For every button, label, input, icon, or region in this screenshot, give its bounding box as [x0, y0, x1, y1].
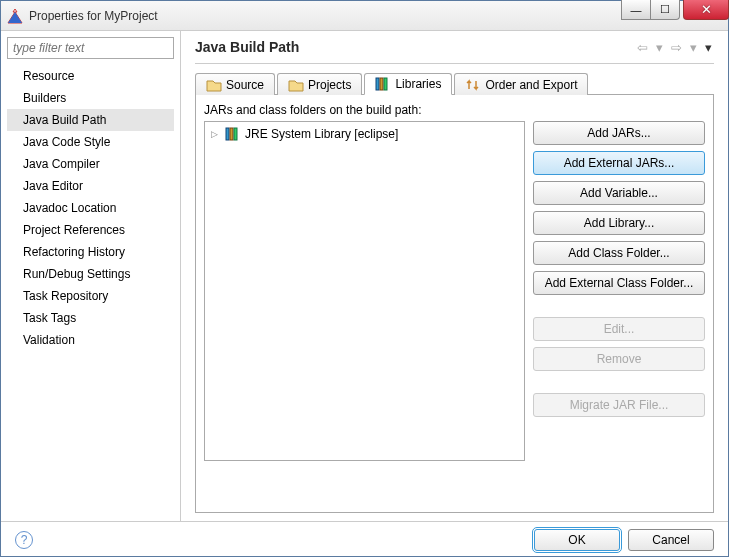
source-tab-icon [206, 78, 222, 92]
section-label: JARs and class folders on the build path… [204, 103, 705, 117]
window-controls: — ☐ ✕ [622, 0, 729, 20]
nav-item-run-debug-settings[interactable]: Run/Debug Settings [7, 263, 174, 285]
nav-item-javadoc-location[interactable]: Javadoc Location [7, 197, 174, 219]
forward-dropdown-icon[interactable]: ▾ [688, 40, 699, 55]
tab-libraries[interactable]: Libraries [364, 73, 452, 95]
svg-rect-2 [384, 78, 387, 90]
order-and-export-tab-icon [465, 78, 481, 92]
jar-list[interactable]: ▷JRE System Library [eclipse] [204, 121, 525, 461]
add-external-class-folder-button[interactable]: Add External Class Folder... [533, 271, 705, 295]
tab-label: Source [226, 78, 264, 92]
maximize-button[interactable]: ☐ [650, 0, 680, 20]
cancel-button[interactable]: Cancel [628, 529, 714, 551]
nav-item-java-code-style[interactable]: Java Code Style [7, 131, 174, 153]
libraries-tab-content: JARs and class folders on the build path… [195, 95, 714, 513]
page-header: Java Build Path ⇦ ▾ ⇨ ▾ ▾ [195, 39, 714, 64]
tab-projects[interactable]: Projects [277, 73, 362, 95]
tab-label: Libraries [395, 77, 441, 91]
nav-item-task-repository[interactable]: Task Repository [7, 285, 174, 307]
window-title: Properties for MyProject [29, 9, 158, 23]
add-external-jars-button[interactable]: Add External JARs... [533, 151, 705, 175]
forward-arrow-icon[interactable]: ⇨ [669, 40, 684, 55]
svg-rect-5 [234, 128, 237, 140]
tab-strip: SourceProjectsLibrariesOrder and Export [195, 72, 714, 95]
library-icon [225, 127, 241, 141]
app-icon [7, 8, 23, 24]
svg-rect-1 [380, 78, 383, 90]
nav-item-task-tags[interactable]: Task Tags [7, 307, 174, 329]
filter-input[interactable] [7, 37, 174, 59]
nav-item-builders[interactable]: Builders [7, 87, 174, 109]
libraries-tab-icon [375, 77, 391, 91]
menu-dropdown-icon[interactable]: ▾ [703, 40, 714, 55]
sidebar: ResourceBuildersJava Build PathJava Code… [1, 31, 181, 521]
nav-tree: ResourceBuildersJava Build PathJava Code… [7, 65, 174, 515]
svg-rect-4 [230, 128, 233, 140]
edit-button: Edit... [533, 317, 705, 341]
tab-source[interactable]: Source [195, 73, 275, 95]
tree-label: JRE System Library [eclipse] [245, 127, 398, 141]
add-library-button[interactable]: Add Library... [533, 211, 705, 235]
remove-button: Remove [533, 347, 705, 371]
expand-icon[interactable]: ▷ [211, 129, 221, 139]
nav-item-java-build-path[interactable]: Java Build Path [7, 109, 174, 131]
nav-item-java-editor[interactable]: Java Editor [7, 175, 174, 197]
nav-item-resource[interactable]: Resource [7, 65, 174, 87]
tab-label: Projects [308, 78, 351, 92]
help-icon[interactable]: ? [15, 531, 33, 549]
svg-rect-0 [376, 78, 379, 90]
page-title: Java Build Path [195, 39, 299, 55]
projects-tab-icon [288, 78, 304, 92]
back-arrow-icon[interactable]: ⇦ [635, 40, 650, 55]
ok-button[interactable]: OK [534, 529, 620, 551]
nav-item-project-references[interactable]: Project References [7, 219, 174, 241]
close-button[interactable]: ✕ [683, 0, 729, 20]
migrate-jar-file-button: Migrate JAR File... [533, 393, 705, 417]
nav-item-validation[interactable]: Validation [7, 329, 174, 351]
tab-label: Order and Export [485, 78, 577, 92]
nav-item-refactoring-history[interactable]: Refactoring History [7, 241, 174, 263]
tree-row[interactable]: ▷JRE System Library [eclipse] [209, 126, 520, 142]
header-nav: ⇦ ▾ ⇨ ▾ ▾ [635, 40, 714, 55]
minimize-button[interactable]: — [621, 0, 651, 20]
add-variable-button[interactable]: Add Variable... [533, 181, 705, 205]
nav-item-java-compiler[interactable]: Java Compiler [7, 153, 174, 175]
tab-order-and-export[interactable]: Order and Export [454, 73, 588, 95]
main-pane: Java Build Path ⇦ ▾ ⇨ ▾ ▾ SourceProjects… [181, 31, 728, 521]
footer: ? OK Cancel [1, 521, 728, 557]
svg-rect-3 [226, 128, 229, 140]
add-class-folder-button[interactable]: Add Class Folder... [533, 241, 705, 265]
titlebar: Properties for MyProject — ☐ ✕ [1, 1, 728, 31]
button-column: Add JARs...Add External JARs...Add Varia… [533, 121, 705, 504]
add-jars-button[interactable]: Add JARs... [533, 121, 705, 145]
back-dropdown-icon[interactable]: ▾ [654, 40, 665, 55]
